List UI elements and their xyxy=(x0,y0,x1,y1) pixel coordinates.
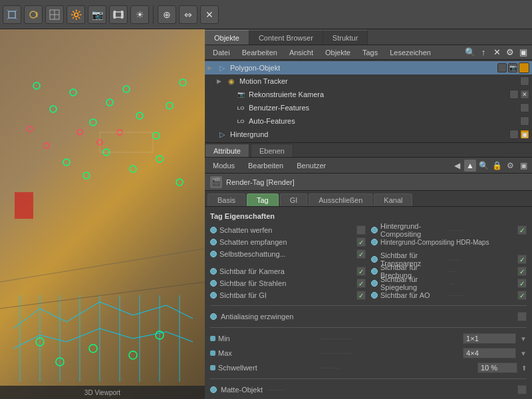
radio-antialiasing[interactable] xyxy=(210,313,217,320)
toolbar-arrows-icon[interactable]: ⊕ xyxy=(158,5,176,24)
radio-sichtbar-ao[interactable] xyxy=(371,292,378,299)
badge-box-4 xyxy=(520,116,529,126)
arrow-up-icon[interactable]: ↑ xyxy=(477,47,489,59)
toolbar-sun-icon[interactable]: ☀ xyxy=(130,5,149,24)
sub-tab-basis[interactable]: Basis xyxy=(207,194,245,206)
attr-menu-benutzer[interactable]: Benutzer xyxy=(291,160,331,171)
radio-hintergrund-comp[interactable] xyxy=(371,227,378,233)
tree-row-auto[interactable]: ▶ LO Auto-Features xyxy=(205,114,532,128)
tree-arrow-4: ▶ xyxy=(226,118,234,124)
check-hintergrund-comp[interactable] xyxy=(517,225,527,235)
divider-3 xyxy=(210,378,527,379)
radio-sichtbar-spiegel[interactable] xyxy=(371,280,378,287)
check-sichtbar-kamera[interactable] xyxy=(356,267,366,276)
sub-tab-kanal[interactable]: Kanal xyxy=(374,194,412,206)
svg-point-18 xyxy=(136,112,143,119)
radio-sichtbar-kamera[interactable] xyxy=(210,268,217,275)
attr-menu-modus[interactable]: Modus xyxy=(207,160,240,171)
check-sichtbar-strahlen[interactable] xyxy=(356,279,366,288)
tab-ebenen[interactable]: Ebenen xyxy=(251,144,293,157)
radio-schatten-empfangen[interactable] xyxy=(210,239,217,245)
radio-sichtbar-gi[interactable] xyxy=(210,292,217,299)
check-matte[interactable] xyxy=(517,385,527,394)
label-sichtbar-strahlen: Sichtbar für Strahlen xyxy=(219,279,354,287)
radio-selbst[interactable] xyxy=(210,251,217,257)
tab-attribute[interactable]: Attribute xyxy=(205,144,249,157)
tag-properties: Tag Eigenschaften Schatten werfen Schatt… xyxy=(205,207,532,399)
check-schatten-empfangen[interactable] xyxy=(356,237,366,247)
toolbar-close-icon[interactable]: ✕ xyxy=(200,5,219,24)
tab-struktur[interactable]: Struktur xyxy=(323,30,368,45)
settings-icon[interactable]: ⚙ xyxy=(504,47,516,59)
sub-tab-gi[interactable]: GI xyxy=(280,194,308,206)
input-min[interactable] xyxy=(463,333,516,344)
sub-tab-ausschliessen[interactable]: Ausschließen xyxy=(309,194,372,206)
tree-row-polygon[interactable]: ▶ ▷ Polygon-Objekt 📷 xyxy=(205,61,532,74)
menu-bearbeiten[interactable]: Bearbeiten xyxy=(237,47,283,58)
menu-tags[interactable]: Tags xyxy=(357,47,383,58)
check-schatten-werfen[interactable] xyxy=(356,225,366,235)
attr-menu-bearbeiten[interactable]: Bearbeiten xyxy=(243,160,289,171)
attr-cube-icon[interactable]: ▣ xyxy=(517,160,529,172)
svg-point-30 xyxy=(77,130,82,135)
menu-objekte[interactable]: Objekte xyxy=(320,47,356,58)
attr-arrow-up-icon[interactable]: ▲ xyxy=(464,160,476,172)
attr-settings-icon[interactable]: ⚙ xyxy=(504,160,516,172)
input-max[interactable] xyxy=(463,348,516,358)
menu-ansicht[interactable]: Ansicht xyxy=(284,47,319,58)
prop-sichtbar-spiegelung: Sichtbar für Spiegelung ··· xyxy=(371,277,527,289)
toolbar-camera-icon[interactable]: 📷 xyxy=(88,5,106,24)
tree-row-hintergrund[interactable]: ▶ ▷ Hintergrund ▣ xyxy=(205,128,532,141)
svg-point-16 xyxy=(106,99,113,106)
radio-schatten-werfen[interactable] xyxy=(210,227,217,233)
viewport[interactable]: 3D Viewport xyxy=(0,29,205,399)
tab-content-browser[interactable]: Content Browser xyxy=(249,30,323,45)
check-antialiasing[interactable] xyxy=(517,312,527,321)
toolbar-film-icon[interactable] xyxy=(109,5,128,24)
toolbar-cube-icon[interactable] xyxy=(3,5,21,24)
check-sichtbar-transp[interactable] xyxy=(517,255,527,264)
tab-objekte[interactable]: Objekte xyxy=(205,30,249,45)
prop-selbst: Selbstbeschattung... xyxy=(210,248,366,260)
tree-row-motion-tracker[interactable]: ▶ ◉ Motion Tracker xyxy=(205,74,532,88)
toolbar-rotate-icon[interactable] xyxy=(24,5,43,24)
search-icon[interactable]: 🔍 xyxy=(464,47,476,59)
dropdown-max[interactable]: ▼ xyxy=(520,350,527,357)
radio-sichtbar-transp[interactable] xyxy=(371,256,378,263)
check-selbst[interactable] xyxy=(356,249,366,259)
svg-point-44 xyxy=(89,344,97,352)
radio-sichtbar-brech[interactable] xyxy=(371,268,378,275)
attr-arrow-left-icon[interactable]: ◀ xyxy=(451,160,463,172)
check-sichtbar-gi[interactable] xyxy=(356,291,366,300)
dots-matte: ········· xyxy=(267,386,513,394)
stepper-schwellwert[interactable]: ⬆ xyxy=(521,364,527,372)
svg-point-23 xyxy=(83,172,90,179)
svg-point-21 xyxy=(180,79,186,86)
check-sichtbar-ao[interactable] xyxy=(517,291,527,300)
close-x-icon[interactable]: ✕ xyxy=(491,47,503,59)
attr-lock-icon[interactable]: 🔒 xyxy=(491,160,503,172)
toolbar-mesh-icon[interactable] xyxy=(45,5,64,24)
dropdown-min[interactable]: ▼ xyxy=(520,335,527,342)
toolbar-light-icon[interactable]: 🔆 xyxy=(66,5,85,24)
sub-tab-tag[interactable]: Tag xyxy=(247,194,279,206)
tree-badges-polygon: 📷 xyxy=(497,63,529,73)
menu-datei[interactable]: Datei xyxy=(207,47,235,58)
check-sichtbar-brech[interactable] xyxy=(517,267,527,276)
radio-matte[interactable] xyxy=(210,386,217,393)
check-sichtbar-spiegel[interactable] xyxy=(517,279,527,288)
divider-1 xyxy=(210,305,527,306)
radio-hintergrund-hdr[interactable] xyxy=(371,239,378,245)
input-schwellwert[interactable] xyxy=(477,362,517,373)
cube-small-icon[interactable]: ▣ xyxy=(517,47,529,59)
svg-rect-11 xyxy=(121,11,123,19)
attr-search-icon[interactable]: 🔍 xyxy=(477,160,489,172)
svg-point-20 xyxy=(166,102,173,109)
badge-box-1 xyxy=(520,76,529,86)
radio-sichtbar-strahlen[interactable] xyxy=(210,280,217,287)
toolbar-expand-icon[interactable]: ⇔ xyxy=(179,5,198,24)
tree-row-benutzer[interactable]: ▶ LO Benutzer-Features xyxy=(205,101,532,114)
menu-lesezeichen[interactable]: Lesezeichen xyxy=(384,47,436,58)
label-sichtbar-spiegel: Sichtbar für Spiegelung xyxy=(380,275,446,291)
tree-row-kamera[interactable]: ▶ 📷 Rekonstruierte Kamera ✕ xyxy=(205,88,532,101)
